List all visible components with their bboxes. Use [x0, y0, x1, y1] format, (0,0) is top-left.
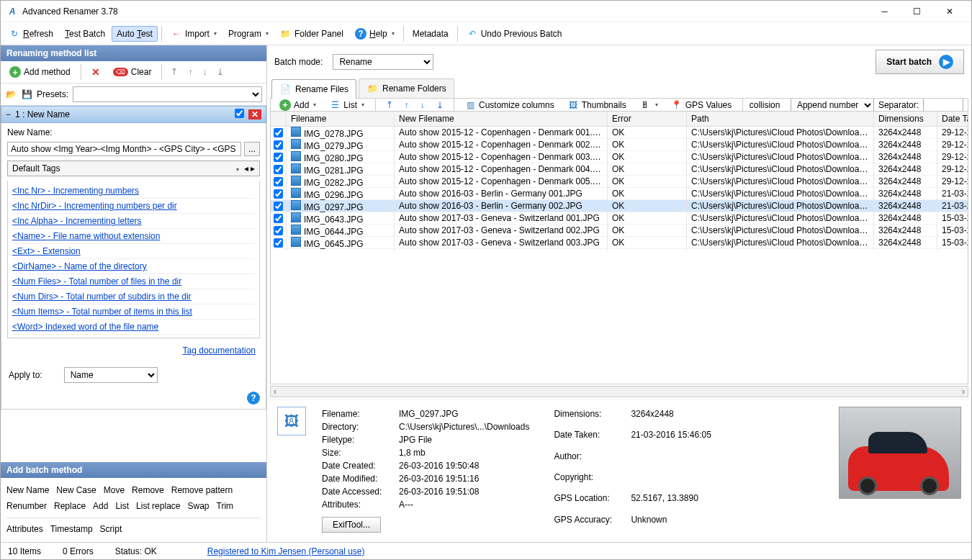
- tab-rename-folders[interactable]: 📁Rename Folders: [359, 78, 454, 98]
- pin-icon: 📍: [671, 99, 683, 111]
- thumbnails-button[interactable]: 🖼Thumbnails: [563, 98, 631, 111]
- tag-link[interactable]: <Inc NrDir> - Incrementing numbers per d…: [12, 199, 255, 214]
- row-checkbox[interactable]: [274, 202, 283, 211]
- batch-method-new-name[interactable]: New Name: [6, 485, 49, 495]
- batch-method-script[interactable]: Script: [100, 524, 122, 534]
- program-button[interactable]: Program▾: [223, 26, 274, 42]
- collision-rule-select[interactable]: Append number: [791, 98, 874, 111]
- move-up-button[interactable]: ↑: [184, 66, 196, 78]
- batch-method-new-case[interactable]: New Case: [56, 485, 96, 495]
- clear-methods-button[interactable]: ⌫Clear: [108, 64, 157, 80]
- tag-link[interactable]: <Ext> - Extension: [12, 244, 255, 259]
- refresh-button[interactable]: ↻Refresh: [4, 25, 58, 42]
- method-enabled-checkbox[interactable]: [235, 109, 244, 118]
- test-batch-button[interactable]: Test Batch: [60, 26, 110, 42]
- row-checkbox[interactable]: [274, 153, 283, 162]
- tag-link[interactable]: <Inc Nr> - Incrementing numbers: [12, 184, 255, 199]
- file-icon: [291, 176, 301, 186]
- batch-method-remove[interactable]: Remove: [132, 485, 164, 495]
- open-preset-icon[interactable]: 📂: [5, 89, 17, 100]
- start-batch-button[interactable]: Start batch▶: [876, 50, 964, 74]
- move-up-button[interactable]: ↑: [401, 99, 413, 112]
- method-title-bar[interactable]: − 1 : New Name ✕: [1, 106, 266, 123]
- tag-link[interactable]: <Name> - File name without extension: [12, 229, 255, 244]
- batch-method-renumber[interactable]: Renumber: [6, 501, 47, 511]
- grid-header[interactable]: Filename New Filename Error Path Dimensi…: [271, 112, 968, 127]
- metadata-button[interactable]: Metadata: [408, 26, 454, 42]
- row-checkbox[interactable]: [274, 128, 283, 137]
- batch-method-list[interactable]: List: [115, 501, 129, 511]
- folder-panel-button[interactable]: 📁Folder Panel: [275, 25, 348, 42]
- default-tags-dropdown[interactable]: Default Tags ▾ ◂ ▸: [7, 161, 260, 176]
- tag-link[interactable]: <Word> Indexed word of the file name: [12, 320, 255, 335]
- add-method-button[interactable]: +Add method: [4, 63, 76, 81]
- batch-method-remove-pattern[interactable]: Remove pattern: [171, 485, 233, 495]
- move-top-button[interactable]: ⤒: [167, 66, 181, 78]
- move-bottom-button[interactable]: ⤓: [213, 66, 228, 78]
- batch-mode-select[interactable]: Rename: [333, 54, 433, 70]
- status-bar: 10 Items 0 Errors Status: OK Registered …: [1, 542, 971, 559]
- apply-to-select[interactable]: Name: [64, 367, 158, 383]
- row-checkbox[interactable]: [274, 214, 283, 223]
- separator-input[interactable]: [923, 98, 963, 111]
- auto-test-button[interactable]: Auto Test: [112, 26, 158, 42]
- tags-picker-button[interactable]: ...: [244, 142, 260, 156]
- row-checkbox[interactable]: [274, 189, 283, 199]
- gps-values-button[interactable]: 📍GPS Values: [667, 98, 736, 111]
- display-options-button[interactable]: 🎚▾: [635, 98, 662, 111]
- help-button[interactable]: ?Help▾: [350, 25, 400, 42]
- new-name-input[interactable]: [7, 142, 241, 156]
- status-items: 10 Items: [8, 546, 41, 556]
- row-checkbox[interactable]: [274, 140, 283, 150]
- add-files-button[interactable]: +Add▾: [275, 98, 320, 111]
- move-down-button[interactable]: ↓: [199, 66, 210, 78]
- move-top-button[interactable]: ⤒: [382, 99, 397, 112]
- minimize-button[interactable]: ─: [868, 1, 901, 22]
- batch-method-trim[interactable]: Trim: [217, 501, 234, 511]
- registration-link[interactable]: Registered to Kim Jensen (Personal use): [207, 546, 365, 556]
- customize-columns-button[interactable]: ▥Customize columns: [460, 98, 559, 111]
- maximize-button[interactable]: ☐: [901, 1, 933, 22]
- undo-batch-button[interactable]: ↶Undo Previous Batch: [462, 25, 567, 42]
- plus-icon: +: [9, 66, 21, 78]
- status-errors: 0 Errors: [63, 546, 94, 556]
- import-button[interactable]: ←Import▾: [166, 25, 222, 42]
- tag-list: <Inc Nr> - Incrementing numbers<Inc NrDi…: [7, 181, 260, 338]
- row-checkbox[interactable]: [274, 177, 283, 186]
- tag-link[interactable]: <DirName> - Name of the directory: [12, 259, 255, 274]
- tab-rename-files[interactable]: 📄Rename Files: [271, 79, 356, 99]
- details-panel: 🖼 Filename:IMG_0297.JPG Directory:C:\Use…: [267, 399, 971, 542]
- batch-method-list-replace[interactable]: List replace: [136, 501, 180, 511]
- tag-documentation-link[interactable]: Tag documentation: [183, 346, 256, 356]
- horizontal-scrollbar[interactable]: ‹›: [270, 386, 968, 397]
- tag-link[interactable]: <Num Dirs> - Total number of subdirs in …: [12, 289, 255, 304]
- batch-method-replace[interactable]: Replace: [54, 501, 86, 511]
- table-row[interactable]: IMG_0645.JPG Auto show 2017-03 - Geneva …: [271, 237, 968, 249]
- method-help-icon[interactable]: ?: [247, 392, 260, 405]
- delete-method-button[interactable]: ✕: [86, 63, 105, 81]
- collapse-icon: −: [6, 109, 11, 119]
- exiftool-button[interactable]: ExifTool...: [322, 517, 381, 533]
- batch-method-move[interactable]: Move: [104, 485, 125, 495]
- batch-method-attributes[interactable]: Attributes: [6, 524, 43, 534]
- tag-link[interactable]: <Num Items> - Total number of items in t…: [12, 304, 255, 320]
- status-text: Status: OK: [115, 546, 157, 556]
- batch-method-swap[interactable]: Swap: [187, 501, 209, 511]
- renaming-method-header: Renaming method list: [1, 45, 266, 61]
- batch-method-timestamp[interactable]: Timestamp: [50, 524, 93, 534]
- move-bottom-button[interactable]: ⤓: [433, 99, 447, 112]
- row-checkbox[interactable]: [274, 238, 283, 248]
- move-down-button[interactable]: ↓: [417, 99, 428, 112]
- list-button[interactable]: ☰List▾: [325, 98, 369, 111]
- save-preset-icon[interactable]: 💾: [21, 89, 32, 100]
- clear-icon: ⌫: [113, 68, 128, 76]
- remove-method-icon[interactable]: ✕: [248, 109, 261, 119]
- batch-method-add[interactable]: Add: [93, 501, 108, 511]
- tag-link[interactable]: <Num Files> - Total number of files in t…: [12, 274, 255, 289]
- row-checkbox[interactable]: [274, 165, 283, 174]
- close-button[interactable]: ✕: [933, 1, 966, 22]
- presets-select[interactable]: [73, 86, 262, 102]
- preview-file-icon: 🖼: [277, 407, 306, 435]
- tag-link[interactable]: <Inc Alpha> - Incrementing letters: [12, 214, 255, 229]
- row-checkbox[interactable]: [274, 226, 283, 235]
